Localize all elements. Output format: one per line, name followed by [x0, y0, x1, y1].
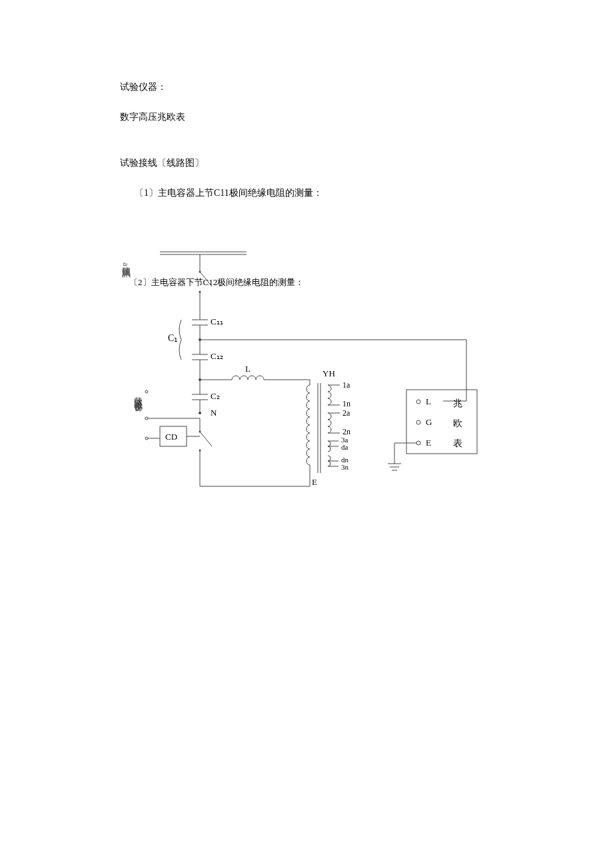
label-c12: C₁₂: [211, 351, 223, 361]
label-YH: YH: [322, 368, 335, 378]
label-1a: 1a: [342, 380, 350, 390]
meg-G: G: [426, 417, 432, 427]
label-1n: 1n: [342, 399, 350, 408]
para-instrument-value: 数字高压兆欧表: [120, 110, 493, 124]
label-c2: C₂: [211, 391, 220, 401]
svg-line-3: [200, 272, 212, 286]
label-2n: 2n: [342, 427, 350, 436]
circuit-svg: C₁₁ C₁ C₁₂ L YH: [120, 240, 506, 546]
label-N: N: [211, 408, 217, 418]
meg-cn1: 兆: [453, 398, 462, 408]
label-c11: C₁₁: [211, 316, 223, 326]
meg-E: E: [426, 438, 431, 448]
svg-point-38: [145, 390, 148, 393]
label-CD: CD: [165, 432, 177, 442]
svg-point-54: [416, 441, 420, 445]
para-wiring-title: 试验接线〔线路图〕: [120, 156, 493, 170]
svg-point-6: [199, 291, 201, 293]
circuit-diagram: 找波画訊af$ 〔2〕主电容器下节C12极间绝缘电阻的测量： 载波通讯设备 C₁…: [120, 240, 493, 586]
svg-line-43: [200, 432, 212, 446]
label-3n: 3n: [341, 463, 349, 471]
svg-point-53: [416, 420, 420, 424]
document-content: 试验仪器： 数字高压兆欧表 试验接线〔线路图〕 〔1〕主电容器上节C11极间绝缘…: [0, 0, 613, 586]
para-item1: 〔1〕主电容器上节C11极间绝缘电阻的测量：: [120, 186, 493, 200]
para-instrument-label: 试验仪器：: [120, 80, 493, 94]
svg-point-5: [199, 271, 201, 273]
svg-point-44: [199, 431, 201, 433]
label-L: L: [245, 364, 251, 374]
label-c1: C₁: [168, 333, 178, 343]
meg-L: L: [426, 396, 431, 406]
label-da: da: [341, 443, 348, 451]
meg-cn3: 表: [453, 438, 462, 448]
svg-point-37: [199, 412, 201, 414]
svg-point-52: [416, 400, 420, 404]
svg-point-39: [145, 417, 148, 420]
label-2a: 2a: [342, 408, 350, 418]
label-E: E: [312, 477, 317, 487]
svg-point-40: [145, 437, 148, 440]
meg-cn2: 欧: [453, 418, 462, 428]
